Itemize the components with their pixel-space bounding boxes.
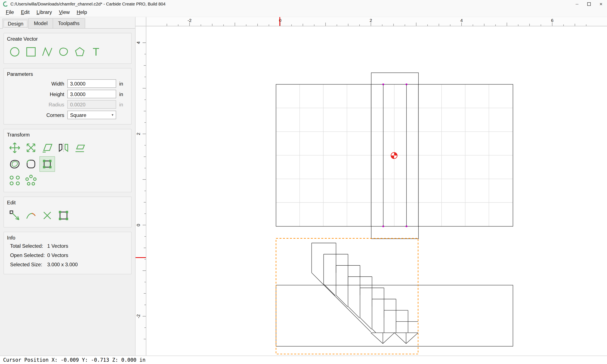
window-title: C:/Users/willa/Downloads/chamfer_channel… — [11, 1, 166, 6]
width-label: Width — [7, 81, 64, 87]
status-bar: Cursor Position X: -0.009 Y: -0.713 Z: 0… — [0, 356, 607, 364]
linear-array-tool[interactable] — [7, 172, 22, 188]
height-unit: in — [119, 91, 127, 97]
ruler-label: 0 — [136, 224, 141, 226]
tab-toolpaths[interactable]: Toolpaths — [53, 18, 85, 28]
panel-title: Create Vector — [7, 36, 128, 42]
tab-model[interactable]: Model — [28, 18, 53, 28]
move-tool[interactable] — [7, 140, 22, 156]
boundingbox-icon — [40, 157, 54, 171]
panel-title: Parameters — [7, 71, 128, 77]
vector-node — [406, 84, 407, 85]
menu-item-library[interactable]: Library — [33, 8, 55, 16]
ruler-corner — [135, 17, 146, 26]
skew-icon — [73, 141, 87, 155]
skew-tool[interactable] — [72, 140, 87, 156]
trim-tool[interactable] — [23, 208, 39, 223]
offset-icon — [8, 157, 22, 171]
polygon-tool[interactable] — [72, 44, 87, 59]
vector-node — [406, 226, 407, 227]
curve-tool[interactable] — [56, 44, 71, 59]
datum-quadrant — [394, 153, 397, 156]
corners-select[interactable]: Square ▾ — [67, 111, 116, 119]
create-vector-tools: T — [7, 44, 128, 59]
trim-icon — [24, 208, 38, 222]
cursor-position-readout: Cursor Position X: -0.009 Y: -0.713 Z: 0… — [3, 357, 146, 363]
node-edit-tool[interactable] — [7, 208, 22, 223]
vector-segment — [348, 307, 360, 318]
left-sidebar: DesignModelToolpaths Create Vector — [0, 17, 135, 356]
app-logo-icon — [3, 1, 8, 6]
maximize-icon — [587, 2, 591, 6]
main-area: DesignModelToolpaths Create Vector — [0, 17, 607, 356]
datum-quadrant — [391, 156, 394, 159]
ruler-label: 2 — [136, 133, 141, 135]
tab-design[interactable]: Design — [2, 19, 29, 29]
tab-bar: DesignModelToolpaths — [0, 17, 135, 29]
menu-item-edit[interactable]: Edit — [17, 8, 33, 16]
close-button[interactable]: ✕ — [595, 0, 607, 8]
vector-segment — [395, 333, 406, 344]
canvas-area: -20246 420-2 — [135, 17, 607, 356]
selection-rect — [276, 238, 418, 354]
minimize-button[interactable]: ─ — [571, 0, 583, 8]
vector-segment — [372, 329, 376, 333]
maximize-button[interactable] — [583, 0, 595, 8]
info-row: Open Selected:0 Vectors — [10, 252, 128, 258]
panel-title: Info — [7, 235, 128, 241]
parameters-panel: Parameters Width in Height in Radius — [4, 68, 132, 125]
fillet-icon — [24, 157, 38, 171]
cut-vector-tool[interactable] — [40, 208, 55, 223]
title-bar: C:/Users/willa/Downloads/chamfer_channel… — [0, 0, 607, 8]
corners-label: Corners — [7, 112, 64, 118]
rectangle-tool[interactable] — [23, 44, 39, 59]
vector-segment — [312, 273, 371, 332]
scale-tool[interactable] — [23, 140, 39, 156]
text-tool[interactable]: T — [88, 44, 104, 59]
rotate-icon — [40, 141, 54, 155]
ruler-label: -2 — [188, 18, 192, 23]
mirror-tool[interactable] — [56, 140, 71, 156]
ruler-label: 4 — [460, 18, 463, 23]
menu-item-help[interactable]: Help — [73, 8, 91, 16]
curve-icon — [56, 45, 70, 59]
vector-rect — [276, 285, 513, 346]
svg-text:T: T — [93, 46, 99, 58]
polyline-tool[interactable] — [40, 44, 55, 59]
circular-array-tool[interactable] — [23, 172, 39, 188]
height-input[interactable] — [67, 90, 116, 98]
panel-title: Transform — [7, 132, 128, 138]
linear-array-icon — [8, 173, 22, 187]
horizontal-ruler: -20246 — [146, 17, 607, 26]
design-panel: Create Vector — [0, 29, 135, 356]
create-vector-panel: Create Vector — [4, 33, 132, 64]
ruler-label: 6 — [551, 18, 554, 23]
info-label: Total Selected: — [10, 243, 47, 249]
fillet-tool[interactable] — [23, 156, 39, 172]
text-icon: T — [89, 45, 103, 59]
transform-panel: Transform — [4, 129, 132, 192]
vector-segment — [336, 295, 348, 307]
boundingbox-tool[interactable] — [40, 156, 55, 172]
circular-array-icon — [24, 173, 38, 187]
offset-tool[interactable] — [7, 156, 22, 172]
menu-item-file[interactable]: File — [2, 8, 17, 16]
rotate-tool[interactable] — [40, 140, 55, 156]
edit-panel: Edit — [4, 196, 132, 228]
node-edit-icon — [8, 208, 22, 222]
width-input[interactable] — [67, 79, 116, 88]
panel-title: Edit — [7, 200, 128, 206]
info-panel: Info Total Selected:1 VectorsOpen Select… — [4, 232, 132, 274]
info-label: Open Selected: — [10, 252, 47, 258]
close-vector-tool[interactable] — [56, 208, 71, 223]
design-canvas[interactable] — [146, 26, 607, 356]
circle-tool[interactable] — [7, 44, 22, 59]
scale-icon — [24, 141, 38, 155]
vector-segment — [383, 333, 395, 344]
menubar: FileEditLibraryViewHelp — [0, 8, 607, 17]
vector-segment — [371, 333, 383, 344]
vertical-ruler: 420-2 — [135, 26, 146, 356]
menu-item-view[interactable]: View — [55, 8, 73, 16]
width-unit: in — [119, 81, 127, 87]
polygon-icon — [73, 45, 87, 59]
